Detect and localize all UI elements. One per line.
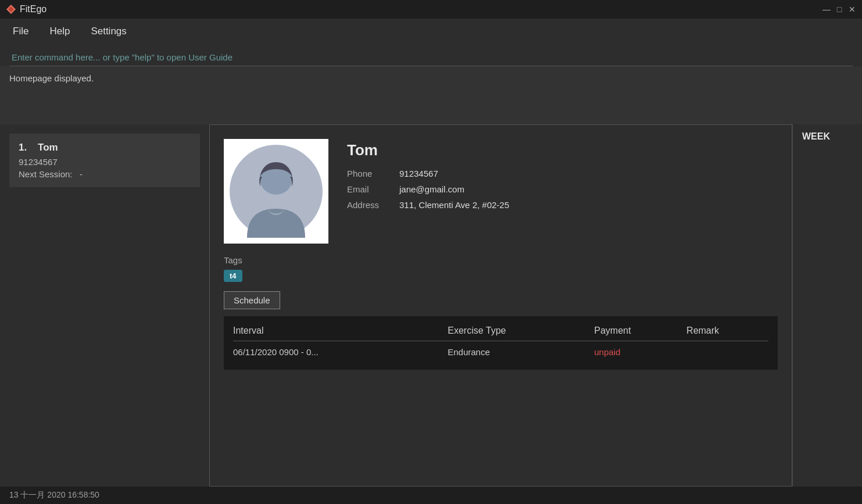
app-logo-icon <box>6 4 16 15</box>
col-exercise-type: Exercise Type <box>448 326 594 341</box>
menu-help[interactable]: Help <box>46 23 73 40</box>
tag-badge: t4 <box>224 270 242 282</box>
tags-list: t4 <box>224 270 778 282</box>
phone-label: Phone <box>347 169 388 178</box>
detail-scroll[interactable]: Tom Phone 91234567 Email jane@gmail.com … <box>210 125 792 486</box>
email-label: Email <box>347 184 388 194</box>
profile-header: Tom Phone 91234567 Email jane@gmail.com … <box>224 139 778 244</box>
menu-file[interactable]: File <box>9 23 32 40</box>
status-bar: 13 十一月 2020 16:58:50 <box>0 487 862 504</box>
col-payment: Payment <box>594 326 686 341</box>
address-value: 311, Clementi Ave 2, #02-25 <box>399 200 509 210</box>
client-next-session: Next Session: - <box>19 169 191 179</box>
title-bar: FitEgo — □ ✕ <box>0 0 862 19</box>
col-interval: Interval <box>233 326 448 341</box>
app-title-text: FitEgo <box>20 4 47 15</box>
avatar-icon <box>230 145 323 238</box>
command-input[interactable] <box>9 49 853 66</box>
close-button[interactable]: ✕ <box>848 5 856 13</box>
schedule-table: Interval Exercise Type Payment Remark 06… <box>233 326 768 360</box>
next-session-value: - <box>80 169 83 179</box>
avatar-container <box>224 139 328 244</box>
schedule-button[interactable]: Schedule <box>224 291 280 309</box>
minimize-button[interactable]: — <box>822 5 831 13</box>
client-number-name: 1. Tom <box>19 142 191 153</box>
tags-label: Tags <box>224 255 778 265</box>
profile-name: Tom <box>347 141 509 159</box>
client-name: Tom <box>38 142 58 153</box>
week-panel: WEEK <box>792 124 862 487</box>
week-label: WEEK <box>802 131 830 141</box>
phone-value: 91234567 <box>399 169 438 178</box>
client-phone: 91234567 <box>19 157 191 167</box>
status-bar-text: 13 十一月 2020 16:58:50 <box>9 490 99 501</box>
command-area <box>0 44 862 66</box>
maximize-button[interactable]: □ <box>835 5 843 13</box>
table-row: 06/11/2020 0900 - 0... Endurance unpaid <box>233 341 768 361</box>
status-message: Homepage displayed. <box>9 73 94 83</box>
schedule-table-container: Interval Exercise Type Payment Remark 06… <box>224 316 778 370</box>
info-row-phone: Phone 91234567 <box>347 169 509 178</box>
address-label: Address <box>347 200 388 210</box>
info-row-address: Address 311, Clementi Ave 2, #02-25 <box>347 200 509 210</box>
detail-panel: Tom Phone 91234567 Email jane@gmail.com … <box>209 124 792 487</box>
status-area: Homepage displayed. <box>0 66 862 124</box>
client-list: 1. Tom 91234567 Next Session: - <box>0 124 209 487</box>
cell-remark <box>686 341 768 361</box>
col-remark: Remark <box>686 326 768 341</box>
cell-interval: 06/11/2020 0900 - 0... <box>233 341 448 361</box>
menu-bar: File Help Settings <box>0 19 862 44</box>
next-session-label: Next Session: <box>19 169 73 179</box>
cell-exercise-type: Endurance <box>448 341 594 361</box>
menu-settings[interactable]: Settings <box>87 23 130 40</box>
tags-section: Tags t4 <box>224 255 778 282</box>
title-bar-left: FitEgo <box>6 4 47 15</box>
client-card[interactable]: 1. Tom 91234567 Next Session: - <box>9 134 200 187</box>
info-row-email: Email jane@gmail.com <box>347 184 509 194</box>
cell-payment: unpaid <box>594 341 686 361</box>
main-content: 1. Tom 91234567 Next Session: - <box>0 124 862 487</box>
title-bar-controls: — □ ✕ <box>822 5 856 13</box>
client-number: 1. <box>19 142 27 153</box>
email-value: jane@gmail.com <box>399 184 464 194</box>
profile-info: Tom Phone 91234567 Email jane@gmail.com … <box>347 139 509 210</box>
